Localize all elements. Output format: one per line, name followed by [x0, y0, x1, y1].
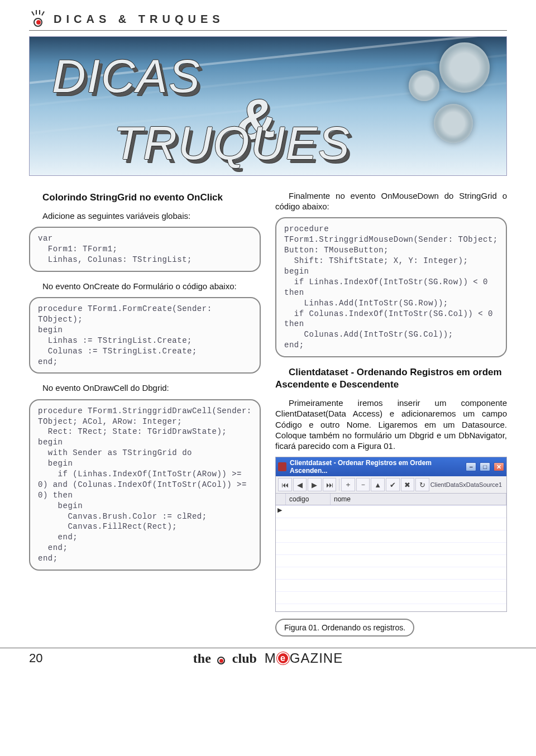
- nav-post-button[interactable]: ✔: [386, 478, 400, 491]
- para-onmousedown: Finalmente no evento OnMouseDown do Stri…: [275, 190, 507, 212]
- code-drawcell: procedure TForm1.StringgridDrawCell(Send…: [29, 399, 261, 571]
- para-ondrawcell: No evento OnDrawCell do Dbgrid:: [29, 382, 261, 393]
- col-codigo[interactable]: codigo: [286, 494, 331, 505]
- nav-first-button[interactable]: ⏮: [278, 478, 292, 491]
- minimize-button[interactable]: –: [466, 462, 476, 471]
- close-button[interactable]: ✕: [494, 462, 504, 471]
- logo-eye-icon: [29, 11, 47, 27]
- code-formcreate: procedure TForm1.FormCreate(Sender: TObj…: [29, 297, 261, 374]
- nav-next-button[interactable]: ▶: [308, 478, 322, 491]
- banner: DICAS & TRUQUES: [29, 36, 507, 176]
- nav-edit-button[interactable]: ▲: [371, 478, 385, 491]
- footer-mag-rest: GAZINE: [290, 650, 343, 666]
- banner-word-dicas: DICAS: [52, 49, 201, 103]
- delphi-icon: [278, 462, 286, 471]
- nav-last-button[interactable]: ⏭: [323, 478, 337, 491]
- footer-eye-icon: [214, 652, 229, 664]
- nav-refresh-button[interactable]: ↻: [415, 478, 429, 491]
- para-clientdataset-setup: Primeiramente iremos inserir um componen…: [275, 398, 507, 451]
- page-number: 20: [29, 651, 51, 666]
- para-add-globals: Adicione as seguintes variáveis globais:: [29, 210, 261, 221]
- col-nome[interactable]: nome: [331, 494, 506, 505]
- footer-mag-e-badge-icon: e: [277, 652, 289, 664]
- heading-stringgrid-onclick: Colorindo StringGrid no evento OnClick: [29, 192, 261, 204]
- right-column: Finalmente no evento OnMouseDown do Stri…: [275, 188, 507, 637]
- footer-magazine: M e GAZINE: [265, 650, 343, 666]
- nav-cancel-button[interactable]: ✖: [401, 478, 415, 491]
- footer-club: club: [232, 651, 257, 666]
- code-var-globals: var Form1: TForm1; Linhas, Colunas: TStr…: [29, 227, 261, 272]
- footer-mag-m: M: [265, 650, 276, 666]
- footer-the: the: [193, 651, 211, 666]
- figure-caption: Figura 01. Ordenando os registros.: [275, 619, 414, 637]
- figure-titlebar: Clientdataset - Ordenar Registros em Ord…: [276, 457, 506, 476]
- para-oncreate: No evento OnCreate do Formulário o códig…: [29, 281, 261, 291]
- page-header: DICAS & TRUQUES: [29, 11, 507, 27]
- nav-prev-button[interactable]: ◀: [293, 478, 307, 491]
- heading-clientdataset-sort: Clientdataset - Ordenando Registros em o…: [275, 366, 507, 391]
- code-mousedown: procedure TForm1.StringgridMouseDown(Sen…: [275, 217, 507, 357]
- figure-title: Clientdataset - Ordenar Registros em Ord…: [290, 459, 460, 475]
- current-row-indicator-icon: ▶: [277, 506, 282, 514]
- datasource-label: ClientDataSxDataSource1: [430, 481, 504, 488]
- dbnavigator-toolbar: ⏮ ◀ ▶ ⏭ ＋ － ▲ ✔ ✖ ↻ ClientDataSxDataSour…: [276, 476, 506, 494]
- page-footer: 20 the club M e GAZINE: [0, 648, 536, 666]
- nav-delete-button[interactable]: －: [356, 478, 370, 491]
- nav-insert-button[interactable]: ＋: [341, 478, 355, 491]
- header-rule: [29, 30, 507, 31]
- banner-word-truques: TRUQUES: [113, 116, 351, 170]
- dbgrid-body[interactable]: ▶: [276, 505, 506, 611]
- figure-window: Clientdataset - Ordenar Registros em Ord…: [275, 457, 507, 612]
- left-column: Colorindo StringGrid no evento OnClick A…: [29, 188, 261, 637]
- maximize-button[interactable]: □: [480, 462, 490, 471]
- header-title: DICAS & TRUQUES: [54, 13, 224, 26]
- dbgrid-header: codigo nome: [276, 494, 506, 505]
